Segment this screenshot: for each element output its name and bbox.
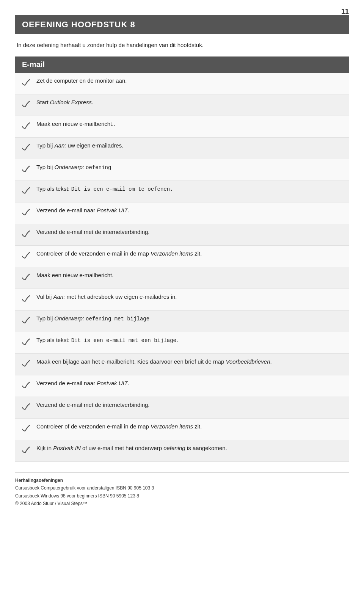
checkmark-icon — [20, 185, 33, 198]
section-title: E-mail — [22, 60, 342, 69]
item-text: Zet de computer en de monitor aan. — [36, 77, 127, 85]
item-text: Controleer of de verzonden e-mail in de … — [36, 422, 202, 431]
list-item: Verzend de e-mail met de internetverbind… — [15, 224, 349, 246]
footer-line2: Cursusboek Computergebruik voor andersta… — [15, 485, 154, 491]
list-item: Controleer of de verzonden e-mail in de … — [15, 419, 349, 440]
item-text: Maak een nieuw e-mailbericht. — [36, 271, 113, 280]
item-text: Verzend de e-mail naar Postvak UIT. — [36, 379, 129, 388]
chapter-header: OEFENING HOOFDSTUK 8 — [15, 15, 349, 34]
item-text: Typ bij Onderwerp: oefening met bijlage — [36, 314, 149, 323]
footer-line1: Herhalingsoefeningen — [15, 478, 63, 483]
checkmark-icon — [20, 358, 33, 371]
list-item: Maak een nieuw e-mailbericht. — [15, 267, 349, 289]
item-text: Controleer of de verzonden e-mail in de … — [36, 249, 202, 258]
checkmark-icon — [20, 272, 33, 285]
item-text: Typ als tekst: Dit is een e-mail om te o… — [36, 185, 173, 193]
checkmark-icon — [20, 142, 33, 155]
item-text: Verzend de e-mail naar Postvak UIT. — [36, 206, 129, 215]
item-text: Start Outlook Express. — [36, 98, 93, 107]
item-text: Typ bij Onderwerp: oefening — [36, 163, 111, 172]
checkmark-icon — [20, 250, 33, 263]
checkmark-icon — [20, 423, 33, 436]
checkmark-icon — [20, 293, 33, 306]
list-item: Typ bij Onderwerp: oefening met bijlage — [15, 311, 349, 332]
checkmark-icon — [20, 380, 33, 393]
item-text: Maak een bijlage aan het e-mailbericht. … — [36, 358, 272, 366]
chapter-title: OEFENING HOOFDSTUK 8 — [22, 20, 342, 30]
list-item: Typ als tekst: Dit is een e-mail om te o… — [15, 181, 349, 202]
list-item: Verzend de e-mail naar Postvak UIT. — [15, 375, 349, 397]
item-text: Typ bij Aan: uw eigen e-mailadres. — [36, 141, 123, 150]
list-item: Maak een bijlage aan het e-mailbericht. … — [15, 354, 349, 375]
item-text: Maak een nieuw e-mailbericht.. — [36, 120, 115, 129]
item-text: Verzend de e-mail met de internetverbind… — [36, 228, 150, 237]
checkmark-icon — [20, 164, 33, 177]
checkmark-icon — [20, 229, 33, 242]
intro-text: In deze oefening herhaalt u zonder hulp … — [17, 42, 349, 48]
exercise-list: Zet de computer en de monitor aan. Start… — [15, 73, 349, 462]
list-item: Zet de computer en de monitor aan. — [15, 73, 349, 94]
list-item: Typ als tekst: Dit is een e-mail met een… — [15, 332, 349, 354]
item-text: Typ als tekst: Dit is een e-mail met een… — [36, 336, 179, 345]
list-item: Verzend de e-mail met de internetverbind… — [15, 397, 349, 419]
list-item: Typ bij Onderwerp: oefening — [15, 159, 349, 181]
item-text: Verzend de e-mail met de internetverbind… — [36, 401, 150, 409]
checkmark-icon — [20, 207, 33, 220]
list-item: Typ bij Aan: uw eigen e-mailadres. — [15, 138, 349, 159]
checkmark-icon — [20, 77, 33, 90]
list-item: Verzend de e-mail naar Postvak UIT. — [15, 202, 349, 224]
footer-text: Herhalingsoefeningen Cursusboek Computer… — [15, 477, 349, 508]
checkmark-icon — [20, 121, 33, 133]
list-item: Controleer of de verzonden e-mail in de … — [15, 246, 349, 267]
list-item: Maak een nieuw e-mailbericht.. — [15, 116, 349, 138]
footer-line3: Cursusboek Windows 98 voor beginners ISB… — [15, 493, 139, 499]
section-header: E-mail — [15, 56, 349, 73]
list-item: Vul bij Aan: met het adresboek uw eigen … — [15, 289, 349, 311]
item-text: Vul bij Aan: met het adresboek uw eigen … — [36, 293, 177, 301]
checkmark-icon — [20, 445, 33, 458]
list-item: Start Outlook Express. — [15, 94, 349, 116]
footer: Herhalingsoefeningen Cursusboek Computer… — [15, 472, 349, 508]
checkmark-icon — [20, 315, 33, 328]
footer-line4: © 2003 Addo Stuur / Visual Steps™ — [15, 501, 87, 506]
checkmark-icon — [20, 402, 33, 414]
checkmark-icon — [20, 99, 33, 112]
item-text: Kijk in Postvak IN of uw e-mail met het … — [36, 444, 227, 453]
list-item: Kijk in Postvak IN of uw e-mail met het … — [15, 440, 349, 462]
page-number: 11 — [341, 8, 349, 16]
checkmark-icon — [20, 337, 33, 350]
